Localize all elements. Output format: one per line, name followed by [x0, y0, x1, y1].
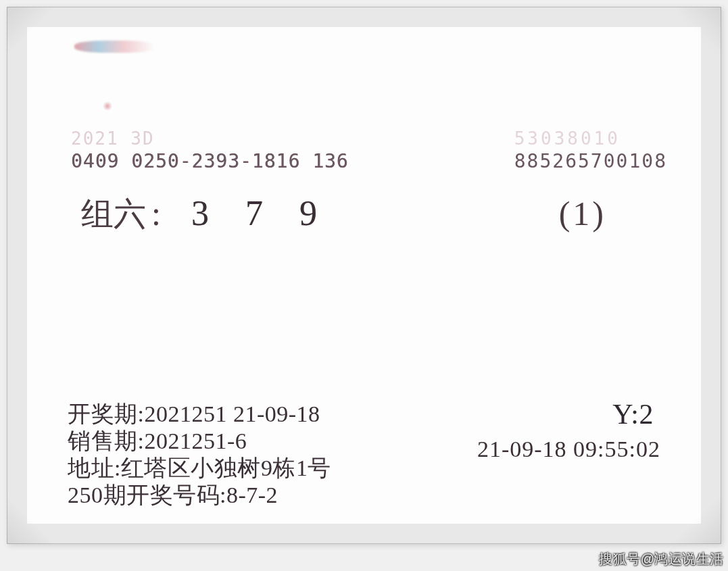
photo-frame: 2021 3D 0409 0250-2393-1816 136 53038010… [7, 7, 721, 544]
logo-smudge [74, 41, 155, 53]
draw-label: 开奖期: [68, 401, 144, 428]
numbers-row: 组六 : 3 7 9 (1) [81, 193, 660, 236]
price: Y:2 [612, 398, 654, 432]
serial-right-faded: 53038010 [514, 128, 667, 149]
addr-value: 红塔区小独树9栋1号 [121, 455, 331, 482]
row-draw: 开奖期: 2021251 21-09-18 [68, 401, 674, 428]
digit-2: 7 [227, 193, 281, 233]
multiplier: (1) [559, 194, 606, 233]
timestamp: 21-09-18 09:55:02 [477, 436, 660, 463]
prev-value: 8-7-2 [226, 482, 278, 509]
price-label: Y: [612, 399, 639, 430]
serial-left-code: 0409 0250-2393-1816 136 [71, 150, 349, 172]
serial-left-faded: 2021 3D [71, 128, 349, 149]
digit-3: 9 [281, 193, 335, 233]
group-label: 组六 [81, 193, 146, 236]
watermark: 搜狐号@鸿运说生活 [599, 550, 724, 568]
prev-label: 250期开奖号码: [68, 482, 226, 509]
row-prev: 250期开奖号码: 8-7-2 [68, 482, 674, 509]
sale-label: 销售期: [68, 428, 144, 455]
serial-right: 53038010 885265700108 [514, 128, 667, 172]
serial-row: 2021 3D 0409 0250-2393-1816 136 53038010… [71, 128, 667, 172]
digit-1: 3 [173, 193, 227, 233]
lottery-ticket: 2021 3D 0409 0250-2393-1816 136 53038010… [27, 27, 701, 524]
sale-value: 2021251-6 [144, 428, 247, 455]
addr-label: 地址: [68, 455, 121, 482]
group-colon: : [151, 194, 161, 233]
logo-dot [103, 101, 112, 111]
draw-value: 2021251 21-09-18 [144, 401, 320, 428]
serial-left: 2021 3D 0409 0250-2393-1816 136 [71, 128, 349, 172]
price-value: 2 [639, 399, 654, 430]
serial-right-code: 885265700108 [514, 150, 667, 172]
footer-block: 开奖期: 2021251 21-09-18 销售期: 2021251-6 地址:… [68, 401, 674, 509]
